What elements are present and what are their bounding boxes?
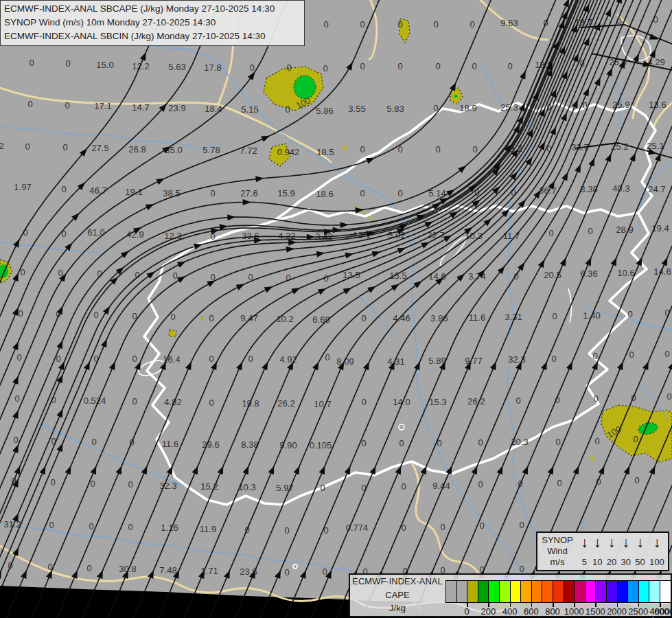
map-value: 0	[596, 477, 601, 487]
cape-scale-tick-label: 2500	[628, 606, 648, 617]
map-value: 0	[519, 564, 524, 574]
wind-legend-subtitle: Wind	[547, 546, 568, 557]
map-value: 0	[478, 437, 483, 448]
map-value: 0	[397, 19, 402, 30]
map-value: 0	[594, 436, 599, 446]
map-value: 7.72	[240, 146, 257, 156]
map-value: 10.7	[314, 399, 331, 409]
map-value: 4.46	[393, 313, 410, 323]
map-value: 0	[51, 436, 56, 446]
wind-arrow-icon: ↓	[653, 534, 661, 551]
cape-scale-tick-label: 600	[524, 606, 539, 617]
cape-scale-swatch	[542, 580, 553, 603]
cape-scale-swatch	[585, 580, 596, 603]
map-value: 0	[65, 100, 69, 111]
map-value: 0	[86, 563, 91, 573]
map-value: 27.6	[240, 188, 257, 198]
wind-legend-title: SYNOP	[542, 535, 573, 546]
weather-map[interactable]: 000009.63018.7000015.012.25.6317.8000000…	[0, 0, 672, 618]
map-value: 0	[507, 61, 512, 71]
map-value: 0	[284, 525, 289, 536]
map-value: 0	[62, 142, 67, 152]
map-value: 0.942	[277, 147, 300, 157]
map-value: 0	[322, 566, 327, 577]
map-value: 0	[360, 61, 364, 71]
map-value: 14.7	[132, 102, 149, 113]
map-value: 0	[433, 19, 438, 30]
map-value: 2	[0, 141, 4, 151]
wind-speed-col: ↓ 100	[649, 534, 665, 569]
map-value: 5.78	[202, 145, 220, 155]
map-value: 0	[361, 313, 366, 323]
cape-scale-swatch	[595, 580, 607, 603]
map-value: 11.6	[162, 439, 178, 449]
map-value: 26.2	[467, 396, 485, 407]
cape-scale-swatch	[627, 580, 639, 603]
map-value: 28.9	[616, 225, 633, 235]
map-value: 0	[519, 520, 524, 530]
map-value: 11.7	[503, 231, 520, 241]
wind-arrow-icon: ↓	[608, 534, 616, 551]
map-value: 0	[132, 354, 137, 364]
map-value: 0	[209, 313, 213, 323]
map-value: 0	[633, 434, 638, 444]
cape-scale-swatch	[638, 580, 650, 603]
map-value: 0	[128, 479, 132, 490]
cape-scale-swatch	[467, 580, 478, 603]
map-value: 0	[629, 350, 634, 360]
map-value: 0	[435, 144, 440, 154]
map-value: 5.83	[386, 104, 404, 114]
map-value: 0	[285, 104, 290, 115]
cape-scale-tick-label: 800	[545, 606, 560, 617]
title-sbcape: ECMWF-INDEX-ANAL SBCAPE (J/kg) Monday 27…	[4, 2, 301, 16]
map-value: 14.6	[428, 271, 445, 282]
map-value: 0	[323, 63, 327, 73]
map-value: 0	[209, 398, 213, 408]
map-value: 10.6	[617, 268, 634, 278]
map-value: 5.63	[168, 62, 185, 72]
map-value: 0	[13, 435, 18, 445]
map-value: 0	[592, 351, 597, 361]
map-value: 9.44	[432, 481, 450, 491]
map-value: 0	[548, 228, 553, 238]
map-value: 0	[286, 62, 291, 73]
map-value: 0	[91, 437, 96, 447]
map-value: 18.4	[205, 104, 222, 114]
map-value: 0	[397, 61, 402, 71]
map-value: 7.48	[159, 565, 176, 575]
map-value: 0.524	[84, 396, 106, 406]
map-value: 0	[132, 396, 137, 407]
wind-speed-label: 30	[621, 557, 631, 569]
cape-scale-swatch	[499, 580, 511, 603]
map-value: 0	[248, 354, 253, 364]
cape-scale-swatch	[553, 580, 564, 603]
map-value: 0	[634, 475, 639, 485]
map-value: 9.90	[279, 440, 297, 450]
map-value: 0	[210, 188, 215, 198]
map-value: 0	[360, 144, 364, 154]
cape-scale-swatch	[510, 580, 522, 603]
cape-scale-swatch	[606, 580, 618, 603]
map-value: 0	[435, 61, 440, 71]
cape-scale-swatch	[564, 580, 575, 603]
map-value: 0	[664, 349, 669, 359]
map-value: 0	[360, 188, 364, 198]
map-value: 0	[27, 99, 32, 109]
map-value: 0.105	[310, 440, 332, 450]
cape-scale-swatch	[617, 580, 629, 603]
title-wind: SYNOP Wind (m/s) 10m Monday 27-10-2025 1…	[4, 16, 301, 30]
cape-scale-tick-label: 1500	[586, 606, 605, 617]
map-value: 0	[397, 188, 402, 198]
map-value: 17.8	[204, 62, 221, 73]
cape-scale-swatch	[478, 580, 489, 603]
cape-scale-tick-label: 200	[481, 606, 496, 617]
cape-scale-tick-label: 400	[502, 606, 518, 617]
wind-legend-columns: ↓ 5 ↓ 10 ↓ 20 ↓ 30 ↓ 50 ↓ 100	[577, 533, 668, 570]
map-value: 25.3	[500, 102, 518, 113]
cape-scale-swatch	[520, 580, 532, 603]
cape-scale-swatch	[445, 580, 457, 603]
cape-scale-tick-label: 6000	[654, 606, 672, 617]
map-value: 0	[323, 19, 328, 30]
map-value: 9.77	[465, 356, 482, 366]
map-value: 17.1	[94, 101, 111, 111]
